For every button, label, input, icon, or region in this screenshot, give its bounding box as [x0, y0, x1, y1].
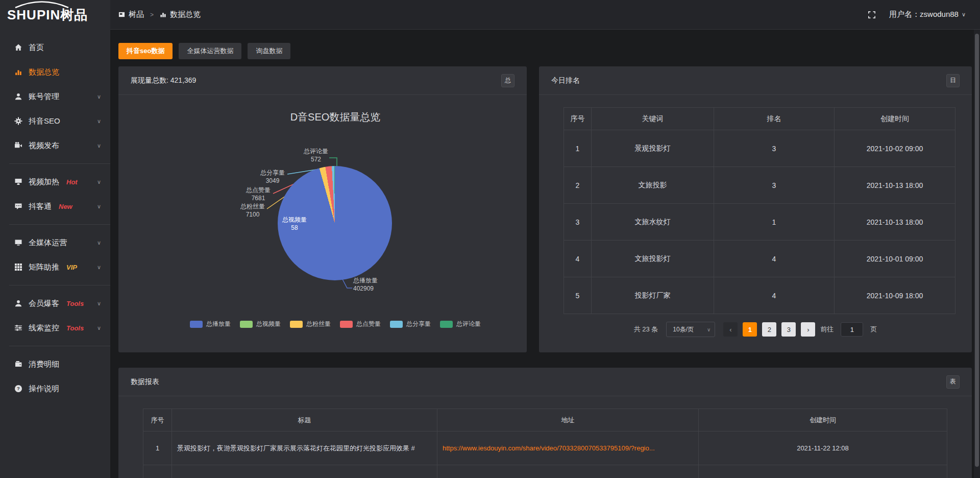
ranking-panel: 今日排名 日 序号关键词排名创建时间1景观投影灯32021-10-02 09:0…: [539, 66, 972, 352]
page-size-value: 10条/页: [673, 325, 694, 334]
legend-label: 总粉丝量: [306, 320, 331, 328]
table-cell: 4: [714, 277, 835, 314]
sidebar-item-12[interactable]: 会员爆客Tools∨: [0, 291, 110, 316]
day-toggle-button[interactable]: 日: [946, 74, 960, 87]
breadcrumb-label: 树品: [129, 10, 144, 19]
column-header: 创建时间: [699, 409, 947, 432]
ranking-panel-title: 今日排名: [551, 76, 580, 85]
table-cell: 1: [714, 204, 835, 241]
sidebar-item-1[interactable]: 数据总览: [0, 60, 110, 84]
page-size-select[interactable]: 10条/页∨: [666, 322, 715, 337]
breadcrumb-item-current[interactable]: 数据总览: [160, 10, 201, 19]
sidebar-item-7[interactable]: 抖客通New∨: [0, 194, 110, 219]
app-root: SHUPIN树品 首页数据总览账号管理∨抖音SEO∨视频发布∨视频加热Hot∨抖…: [0, 0, 980, 478]
member-icon: [14, 299, 22, 307]
legend-item[interactable]: 总粉丝量: [290, 320, 331, 328]
total-toggle-button[interactable]: 总: [501, 74, 514, 87]
gear-icon: [14, 117, 22, 125]
sidebar-badge: Tools: [66, 300, 84, 307]
table-row: 1景观投影灯32021-10-02 09:00: [564, 130, 955, 167]
sidebar-item-label: 线索监控: [29, 323, 59, 333]
sidebar: SHUPIN树品 首页数据总览账号管理∨抖音SEO∨视频发布∨视频加热Hot∨抖…: [0, 0, 110, 478]
chevron-down-icon: ∨: [707, 327, 710, 332]
table-row: 1景观投影灯，夜游景观投影灯厂家展示展示落花灯在花园里的灯光投影应用效果 #ht…: [143, 432, 947, 465]
table-cell: 文旅投影: [592, 167, 714, 204]
legend-swatch: [440, 321, 453, 328]
goto-page-input[interactable]: [841, 322, 863, 337]
fullscreen-icon[interactable]: [868, 11, 876, 19]
sidebar-item-10[interactable]: 矩阵助推VIP∨: [0, 255, 110, 279]
next-page-button[interactable]: ›: [801, 322, 815, 337]
tab-1[interactable]: 全媒体运营数据: [179, 43, 241, 59]
legend-item[interactable]: 总评论量: [440, 320, 481, 328]
tab-0[interactable]: 抖音seo数据: [118, 43, 173, 59]
legend-item[interactable]: 总点赞量: [340, 320, 381, 328]
username-label: 用户名：zswodun88: [889, 10, 959, 19]
table-toggle-button[interactable]: 表: [946, 375, 960, 389]
goto-suffix: 页: [870, 325, 877, 334]
sidebar-item-2[interactable]: 账号管理∨: [0, 84, 110, 109]
sidebar-item-16[interactable]: ?操作说明: [0, 376, 110, 401]
sidebar-item-4[interactable]: 视频发布∨: [0, 133, 110, 158]
table-cell: 4: [714, 241, 835, 277]
chevron-down-icon: ∨: [97, 325, 101, 331]
table-cell: 2021-11-22 12:08: [699, 432, 947, 465]
legend-item[interactable]: 总视频量: [240, 320, 281, 328]
legend-swatch: [240, 321, 253, 328]
user-menu[interactable]: 用户名：zswodun88 ∨: [889, 10, 966, 19]
user-zone: 用户名：zswodun88 ∨: [868, 10, 966, 19]
breadcrumb-item-home[interactable]: 树品: [118, 10, 144, 19]
sidebar-item-0[interactable]: 首页: [0, 35, 110, 60]
sidebar-item-6[interactable]: 视频加热Hot∨: [0, 170, 110, 194]
table-cell: 2021-10-09 18:00: [835, 277, 955, 314]
chart-title: D音SEO数据量总览: [144, 110, 527, 124]
legend-item[interactable]: 总分享量: [390, 320, 431, 328]
table-row: 4文旅投影灯42021-10-01 09:00: [564, 241, 955, 277]
column-header: 标题: [172, 409, 437, 432]
page-button-3[interactable]: 3: [781, 322, 796, 337]
prev-page-button[interactable]: ‹: [723, 322, 738, 337]
sidebar-item-label: 视频发布: [29, 141, 59, 151]
table-cell: [437, 465, 699, 478]
tab-2[interactable]: 询盘数据: [248, 43, 290, 59]
sidebar-badge: Tools: [66, 324, 84, 332]
scrollbar-track[interactable]: [974, 30, 980, 478]
legend-label: 总点赞量: [356, 320, 381, 328]
table-cell: 3: [714, 130, 835, 167]
page-button-1[interactable]: 1: [743, 322, 757, 337]
table-row: [143, 465, 947, 478]
video-camera-icon: [14, 141, 22, 150]
pie-label: 总点赞量7681: [235, 186, 281, 202]
sidebar-item-label: 视频加热: [29, 177, 59, 187]
ranking-panel-header: 今日排名 日: [539, 66, 972, 95]
report-panel-header: 数据报表 表: [118, 368, 972, 396]
question-icon: ?: [14, 385, 22, 393]
table-cell: 5: [564, 277, 592, 314]
table-cell: 2021-10-13 18:00: [835, 167, 955, 204]
table-cell: 1: [564, 130, 592, 167]
sidebar-item-label: 抖客通: [29, 202, 52, 211]
page-button-2[interactable]: 2: [762, 322, 776, 337]
chat-icon: [14, 202, 22, 210]
breadcrumb-label: 数据总览: [170, 10, 201, 19]
sidebar-item-label: 全媒体运营: [29, 238, 67, 248]
video-link[interactable]: https://www.iesdouyin.com/share/video/70…: [443, 444, 655, 452]
data-tabs: 抖音seo数据全媒体运营数据询盘数据: [118, 43, 290, 59]
table-cell: 3: [564, 204, 592, 241]
logo-text: SHUPIN树品: [7, 6, 88, 24]
scrollbar-thumb[interactable]: [975, 34, 979, 467]
legend-label: 总视频量: [256, 320, 281, 328]
sidebar-item-15[interactable]: 消费明细: [0, 352, 110, 376]
pie-chart: D音SEO数据量总览 总播放量402909总视频量58总粉丝量7100总点赞量7…: [118, 95, 527, 352]
sidebar-item-9[interactable]: 全媒体运营∨: [0, 230, 110, 255]
chevron-down-icon: ∨: [97, 142, 101, 149]
pie-label: 总粉丝量7100: [230, 202, 276, 219]
sliders-icon: [14, 324, 22, 332]
legend-item[interactable]: 总播放量: [190, 320, 231, 328]
legend-label: 总分享量: [406, 320, 431, 328]
sidebar-item-label: 矩阵助推: [29, 262, 59, 272]
sidebar-item-3[interactable]: 抖音SEO∨: [0, 109, 110, 133]
sidebar-item-13[interactable]: 线索监控Tools∨: [0, 316, 110, 340]
table-cell: 景观投影灯: [592, 130, 714, 167]
sidebar-item-label: 会员爆客: [29, 299, 59, 308]
